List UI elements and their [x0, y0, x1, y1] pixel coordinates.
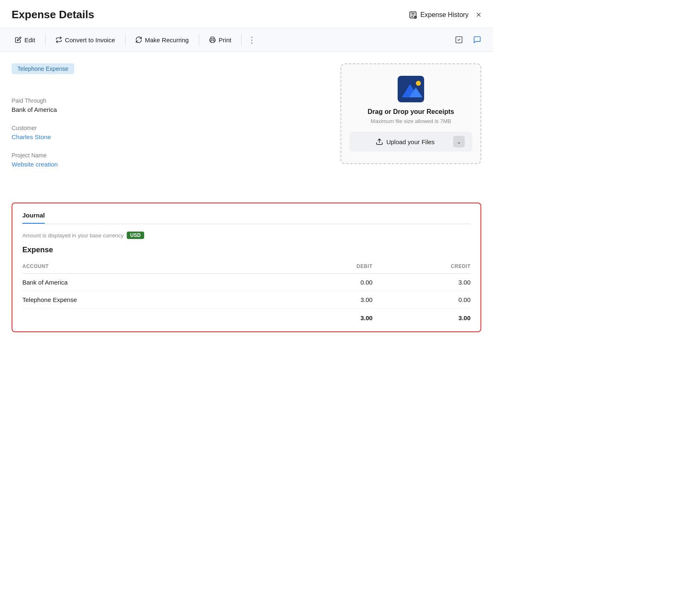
toolbar: Edit Convert to Invoice Make Recurring P…: [0, 28, 493, 52]
paid-through-value: Bank of America: [12, 106, 327, 113]
close-button[interactable]: ×: [476, 10, 481, 19]
row-credit-0: 3.00: [372, 274, 471, 291]
col-credit: CREDIT: [372, 261, 471, 274]
paid-through-label: Paid Through: [12, 97, 327, 104]
chat-button[interactable]: [470, 32, 485, 47]
paid-through-section: Paid Through Bank of America: [12, 97, 327, 113]
customer-value[interactable]: Charles Stone: [12, 133, 327, 140]
row-debit-1: 3.00: [293, 291, 372, 309]
convert-icon: [56, 36, 62, 43]
customer-label: Customer: [12, 125, 327, 131]
journal-table: ACCOUNT DEBIT CREDIT Bank of America 0.0…: [22, 261, 471, 321]
separator-4: [241, 34, 241, 46]
customer-section: Customer Charles Stone: [12, 125, 327, 140]
row-account-0: Bank of America: [22, 274, 293, 291]
print-icon: [209, 36, 216, 43]
left-panel: Telephone Expense Paid Through Bank of A…: [12, 63, 327, 179]
currency-info: Amount is displayed in your base currenc…: [22, 232, 471, 239]
more-options-button[interactable]: ⋮: [245, 33, 259, 47]
toolbar-right: [451, 32, 485, 47]
header-right: Expense History ×: [409, 10, 481, 19]
journal-row: Telephone Expense 3.00 0.00: [22, 291, 471, 309]
print-button[interactable]: Print: [203, 33, 238, 47]
project-value[interactable]: Website creation: [12, 161, 327, 168]
convert-to-invoice-button[interactable]: Convert to Invoice: [49, 33, 122, 47]
receipt-heading: Drag or Drop your Receipts: [350, 108, 472, 116]
journal-section: Journal Amount is displayed in your base…: [12, 203, 481, 332]
make-recurring-label: Make Recurring: [145, 36, 189, 43]
total-debit: 3.00: [293, 309, 372, 322]
page-header: Expense Details Expense History ×: [0, 0, 493, 28]
journal-tab[interactable]: Journal: [22, 212, 45, 224]
edit-icon: [15, 36, 22, 43]
recurring-icon: [135, 36, 142, 43]
total-credit: 3.00: [372, 309, 471, 322]
print-label: Print: [219, 36, 232, 43]
page-title: Expense Details: [12, 8, 94, 21]
category-tag: Telephone Expense: [12, 63, 74, 74]
checklist-icon: [455, 36, 463, 44]
journal-tabs: Journal: [22, 212, 471, 224]
expense-history-label: Expense History: [420, 11, 469, 19]
separator-3: [199, 34, 199, 46]
separator-1: [45, 34, 46, 46]
edit-button[interactable]: Edit: [8, 33, 42, 47]
journal-totals-row: 3.00 3.00: [22, 309, 471, 322]
upload-chevron-icon: ⌄: [453, 136, 465, 147]
history-icon: [409, 11, 417, 19]
upload-files-button[interactable]: Upload your Files ⌄: [350, 132, 472, 152]
usd-badge: USD: [127, 232, 144, 239]
currency-note: Amount is displayed in your base currenc…: [22, 232, 123, 239]
journal-table-header: ACCOUNT DEBIT CREDIT: [22, 261, 471, 274]
convert-label: Convert to Invoice: [65, 36, 115, 43]
receipt-icon: [398, 76, 424, 102]
col-account: ACCOUNT: [22, 261, 293, 274]
journal-row: Bank of America 0.00 3.00: [22, 274, 471, 291]
totals-spacer: [22, 309, 293, 322]
make-recurring-button[interactable]: Make Recurring: [129, 33, 196, 47]
row-credit-1: 0.00: [372, 291, 471, 309]
journal-group-title: Expense: [22, 246, 471, 254]
svg-rect-2: [211, 40, 214, 42]
upload-files-label: Upload your Files: [386, 138, 435, 145]
mountains-icon: [398, 76, 424, 102]
chat-icon: [473, 36, 481, 44]
receipt-upload-area: Drag or Drop your Receipts Maximum file …: [340, 63, 481, 164]
main-content: Telephone Expense Paid Through Bank of A…: [0, 52, 493, 191]
upload-icon: [376, 138, 383, 145]
separator-2: [125, 34, 126, 46]
category-section: Telephone Expense: [12, 63, 327, 86]
row-debit-0: 0.00: [293, 274, 372, 291]
expense-history-button[interactable]: Expense History: [409, 11, 469, 19]
checklist-button[interactable]: [451, 32, 466, 47]
right-panel: Drag or Drop your Receipts Maximum file …: [340, 63, 481, 179]
project-section: Project Name Website creation: [12, 152, 327, 168]
col-debit: DEBIT: [293, 261, 372, 274]
row-account-1: Telephone Expense: [22, 291, 293, 309]
svg-point-7: [416, 81, 421, 86]
project-label: Project Name: [12, 152, 327, 159]
edit-label: Edit: [24, 36, 35, 43]
receipt-subtext: Maximum file size allowed is 7MB: [350, 118, 472, 124]
upload-files-main: Upload your Files: [357, 138, 453, 145]
